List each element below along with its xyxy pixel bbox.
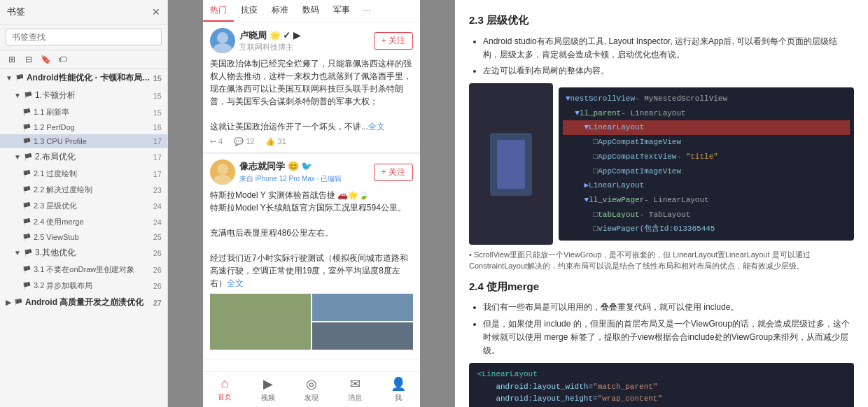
bookmark-item[interactable]: 🏴 1.1 刷新率 15 <box>0 104 167 120</box>
bookmark-item[interactable]: 🏴 3.1 不要在onDraw里创建对象 26 <box>0 262 167 278</box>
tab-junshi[interactable]: 军事 <box>326 0 357 22</box>
tree-row: □ tabLayout - TabLayout <box>566 208 847 222</box>
svg-point-0 <box>217 32 228 43</box>
tab-shuma[interactable]: 数码 <box>295 0 326 22</box>
weibo-screenshot: 热门 抗疫 标准 数码 军事 ··· 卢晓周 🌟 ✓ <box>203 0 420 407</box>
tree-expand-icon: ▼ <box>566 92 570 106</box>
tree-expand-icon: ▶ <box>584 179 589 192</box>
nav-home[interactable]: ⌂ 首页 <box>203 376 246 403</box>
bookmark-flag-icon: 🏴 <box>22 170 31 178</box>
weibo-actions-1: ↩ 4 💬 12 👍 31 <box>210 137 413 146</box>
bookmark-label: 2.5 ViewStub <box>34 233 150 241</box>
chevron-down-icon: ▼ <box>14 92 21 99</box>
tree-indent <box>566 136 594 149</box>
bookmark-page: 26 <box>153 266 162 274</box>
nav-profile[interactable]: 👤 我 <box>377 376 420 403</box>
tree-indent <box>566 194 584 207</box>
bookmark-flag-icon: 🏴 <box>22 138 31 145</box>
bookmark-item[interactable]: ▼ 🏴 1.卡顿分析 15 <box>0 87 167 104</box>
tree-indent <box>566 165 594 178</box>
bookmark-label: 1.3 CPU Profile <box>34 137 150 145</box>
layout-inspector-section: ▼ nestScrollView - MyNestedScrollView ▼ … <box>469 83 854 245</box>
bookmark-item[interactable]: 🏴 3.2 异步加载布局 26 <box>0 278 167 294</box>
tree-node-text: viewPager(包含Id:013365445 <box>598 222 715 236</box>
tag-icon[interactable]: 🏷 <box>56 53 69 66</box>
bookmark-item[interactable]: 🏴 2.4 使用merge 24 <box>0 214 167 230</box>
full-text-link-2[interactable]: 全文 <box>227 278 244 288</box>
bullet-item: 左边可以看到布局树的整体内容。 <box>483 64 854 78</box>
tree-indent <box>566 150 594 164</box>
tree-row: ▼ nestScrollView - MyNestedScrollView <box>566 92 847 106</box>
image-2 <box>312 294 413 321</box>
tree-node-text: AppCompatImageView <box>598 165 681 178</box>
like-action[interactable]: 👍 31 <box>265 137 286 146</box>
tree-node-class: - MyNestedScrollView <box>635 92 727 106</box>
nav-message[interactable]: ✉ 消息 <box>333 376 377 403</box>
bookmark-item[interactable]: ▼ 🏴 Android性能优化 - 卡顿和布局优化 15 <box>0 69 167 87</box>
tab-kangyi[interactable]: 抗疫 <box>234 0 265 22</box>
tree-node-class: - LinearLayout <box>621 107 685 120</box>
tree-node-text: nestScrollView <box>570 92 635 106</box>
close-icon[interactable]: ✕ <box>152 6 160 17</box>
bookmark-icon[interactable]: 🔖 <box>39 53 52 66</box>
tree-indent <box>566 222 594 236</box>
collapse-all-icon[interactable]: ⊟ <box>22 53 35 66</box>
bookmark-page: 17 <box>153 170 162 178</box>
bookmark-flag-icon: 🏴 <box>22 202 31 210</box>
bookmark-label: Android 高质量开发之崩溃优化 <box>25 297 150 308</box>
repost-action[interactable]: ↩ 4 <box>210 137 223 146</box>
bookmark-page: 26 <box>153 249 162 257</box>
search-input[interactable] <box>6 29 162 45</box>
bookmark-page: 26 <box>153 282 162 290</box>
comment-action[interactable]: 💬 12 <box>234 137 254 146</box>
bookmark-list: ▼ 🏴 Android性能优化 - 卡顿和布局优化 15 ▼ 🏴 1.卡顿分析 … <box>0 69 167 311</box>
weibo-post-1: 卢晓周 🌟 ✓ ▶ 互联网科技博主 + 关注 美国政治体制已经完全烂瘫了，只能靠… <box>203 22 420 154</box>
bookmark-item[interactable]: ▼ 🏴 2.布局优化 17 <box>0 148 167 166</box>
bookmark-flag-icon: 🏴 <box>22 186 31 194</box>
user-name-2: 像志就同学 😊 🐦 <box>239 160 370 173</box>
follow-button-1[interactable]: + 关注 <box>374 32 413 50</box>
bookmark-flag-icon: 🏴 <box>22 124 31 131</box>
tab-more[interactable]: ··· <box>357 0 377 22</box>
bookmark-page: 17 <box>153 137 162 145</box>
tab-hot[interactable]: 热门 <box>203 0 234 22</box>
center-panel: 热门 抗疫 标准 数码 军事 ··· 卢晓周 🌟 ✓ <box>168 0 455 407</box>
chevron-down-icon: ▼ <box>14 249 21 257</box>
nav-video-label: 视频 <box>261 393 275 403</box>
phone-screen <box>497 140 525 189</box>
user-row-1: 卢晓周 🌟 ✓ ▶ 互联网科技博主 + 关注 <box>210 28 413 53</box>
nav-message-label: 消息 <box>348 393 362 403</box>
bookmark-label: 1.1 刷新率 <box>34 107 150 117</box>
bookmark-page: 24 <box>153 202 162 210</box>
bookmark-label: 3.2 异步加载布局 <box>34 280 150 291</box>
nav-discover[interactable]: ◎ 发现 <box>290 376 333 403</box>
bookmark-item-active[interactable]: 🏴 1.3 CPU Profile 17 <box>0 134 167 148</box>
home-icon: ⌂ <box>221 376 229 391</box>
tree-row: ▶ LinearLayout <box>566 178 847 193</box>
expand-all-icon[interactable]: ⊞ <box>6 53 18 66</box>
tree-row: □ AppCompatTextView - "title" <box>566 150 847 164</box>
pdf-page: 热门 抗疫 标准 数码 军事 ··· 卢晓周 🌟 ✓ <box>168 0 455 407</box>
bookmark-item[interactable]: ▼ 🏴 3.其他优化 26 <box>0 244 167 262</box>
code-val: "wrap_content" <box>598 394 662 403</box>
code-attr: android:layout_width= <box>496 383 593 391</box>
message-icon: ✉ <box>350 376 360 392</box>
bookmark-item[interactable]: 🏴 1.2 PerfDog 16 <box>0 120 167 134</box>
nav-video[interactable]: ▶ 视频 <box>246 376 290 403</box>
tree-expand-icon: ▼ <box>575 107 580 120</box>
chevron-down-icon: ▼ <box>14 153 21 161</box>
bookmark-item[interactable]: 🏴 2.3 层级优化 24 <box>0 198 167 214</box>
tab-biaozhun[interactable]: 标准 <box>265 0 295 22</box>
bookmark-item[interactable]: 🏴 2.5 ViewStub 25 <box>0 230 167 244</box>
tree-indent <box>566 208 594 222</box>
bookmark-item[interactable]: ▶ 🏴 Android 高质量开发之崩溃优化 27 <box>0 294 167 311</box>
follow-button-2[interactable]: + 关注 <box>374 164 413 181</box>
bookmark-item[interactable]: 🏴 2.2 解决过度绘制 23 <box>0 182 167 198</box>
full-text-link-1[interactable]: 全文 <box>368 122 385 131</box>
tree-indent <box>566 121 584 134</box>
nav-discover-label: 发现 <box>304 393 318 403</box>
phone-preview <box>469 83 553 245</box>
avatar-1 <box>210 28 235 53</box>
bookmark-label: 1.卡顿分析 <box>35 90 150 101</box>
bookmark-item[interactable]: 🏴 2.1 过度绘制 17 <box>0 166 167 182</box>
